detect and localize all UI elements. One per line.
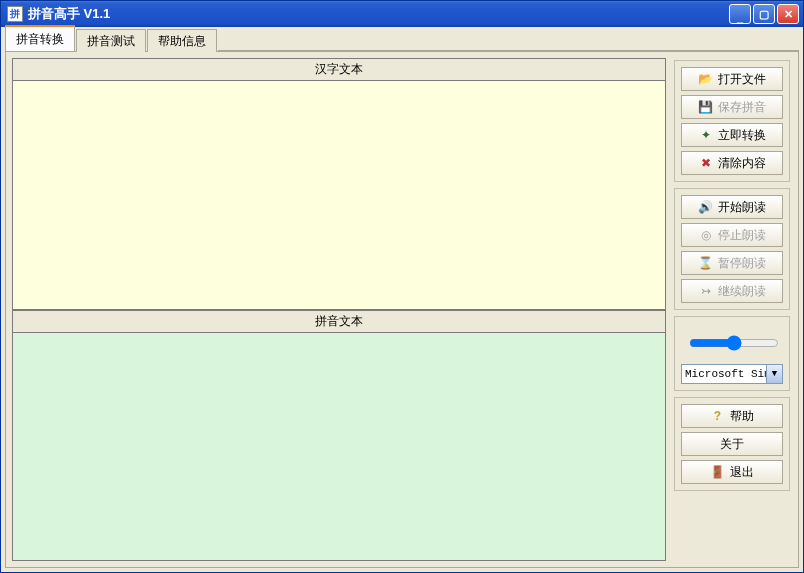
read-group: 🔊 开始朗读 ◎ 停止朗读 ⌛ 暂停朗读 ↣ 继续朗读 bbox=[674, 188, 790, 310]
speaker-icon: 🔊 bbox=[699, 200, 713, 214]
voice-group: Microsoft Simpl ▼ bbox=[674, 316, 790, 391]
resume-read-label: 继续朗读 bbox=[718, 283, 766, 300]
dropdown-icon: ▼ bbox=[766, 365, 782, 383]
hourglass-icon: ⌛ bbox=[699, 256, 713, 270]
title-bar: 拼 拼音高手 V1.1 _ ▢ ✕ bbox=[1, 1, 803, 27]
convert-now-button[interactable]: ✦ 立即转换 bbox=[681, 123, 783, 147]
clear-icon: ✖ bbox=[699, 156, 713, 170]
tab-help[interactable]: 帮助信息 bbox=[147, 29, 217, 52]
about-label: 关于 bbox=[720, 436, 744, 453]
tab-convert[interactable]: 拼音转换 bbox=[5, 25, 75, 51]
stop-read-button[interactable]: ◎ 停止朗读 bbox=[681, 223, 783, 247]
help-label: 帮助 bbox=[730, 408, 754, 425]
hanzi-textarea[interactable] bbox=[13, 81, 665, 309]
pause-read-button[interactable]: ⌛ 暂停朗读 bbox=[681, 251, 783, 275]
sidebar: 📂 打开文件 💾 保存拼音 ✦ 立即转换 ✖ 清除内容 🔊 bbox=[672, 58, 792, 561]
voice-select[interactable]: Microsoft Simpl ▼ bbox=[681, 364, 783, 384]
stop-icon: ◎ bbox=[699, 228, 713, 242]
save-pinyin-button[interactable]: 💾 保存拼音 bbox=[681, 95, 783, 119]
tab-spacer bbox=[218, 50, 799, 51]
tab-test[interactable]: 拼音测试 bbox=[76, 29, 146, 52]
pinyin-textarea[interactable] bbox=[13, 333, 665, 561]
speed-slider[interactable] bbox=[689, 335, 779, 351]
tab-panel-convert: 汉字文本 拼音文本 📂 打开文件 💾 保存拼音 ✦ 立 bbox=[5, 51, 799, 568]
maximize-button[interactable]: ▢ bbox=[753, 4, 775, 24]
stop-read-label: 停止朗读 bbox=[718, 227, 766, 244]
window-title: 拼音高手 V1.1 bbox=[28, 5, 729, 23]
open-file-label: 打开文件 bbox=[718, 71, 766, 88]
exit-button[interactable]: 🚪 退出 bbox=[681, 460, 783, 484]
speed-slider-wrap bbox=[681, 323, 783, 360]
resume-read-button[interactable]: ↣ 继续朗读 bbox=[681, 279, 783, 303]
convert-icon: ✦ bbox=[699, 128, 713, 142]
help-icon: ? bbox=[711, 409, 725, 423]
tab-bar: 拼音转换 拼音测试 帮助信息 bbox=[5, 29, 799, 51]
voice-select-text: Microsoft Simpl bbox=[682, 368, 766, 380]
window-buttons: _ ▢ ✕ bbox=[729, 4, 799, 24]
help-button[interactable]: ? 帮助 bbox=[681, 404, 783, 428]
save-icon: 💾 bbox=[699, 100, 713, 114]
open-file-button[interactable]: 📂 打开文件 bbox=[681, 67, 783, 91]
exit-label: 退出 bbox=[730, 464, 754, 481]
clear-content-label: 清除内容 bbox=[718, 155, 766, 172]
pinyin-panel-title: 拼音文本 bbox=[13, 311, 665, 333]
exit-icon: 🚪 bbox=[711, 465, 725, 479]
convert-now-label: 立即转换 bbox=[718, 127, 766, 144]
editor-column: 汉字文本 拼音文本 bbox=[12, 58, 666, 561]
hanzi-panel-title: 汉字文本 bbox=[13, 59, 665, 81]
close-button[interactable]: ✕ bbox=[777, 4, 799, 24]
minimize-button[interactable]: _ bbox=[729, 4, 751, 24]
clear-content-button[interactable]: ✖ 清除内容 bbox=[681, 151, 783, 175]
pause-read-label: 暂停朗读 bbox=[718, 255, 766, 272]
file-group: 📂 打开文件 💾 保存拼音 ✦ 立即转换 ✖ 清除内容 bbox=[674, 60, 790, 182]
about-button[interactable]: 关于 bbox=[681, 432, 783, 456]
start-read-label: 开始朗读 bbox=[718, 199, 766, 216]
misc-group: ? 帮助 关于 🚪 退出 bbox=[674, 397, 790, 491]
start-read-button[interactable]: 🔊 开始朗读 bbox=[681, 195, 783, 219]
hanzi-panel: 汉字文本 bbox=[12, 58, 666, 310]
folder-open-icon: 📂 bbox=[699, 72, 713, 86]
resume-arrow-icon: ↣ bbox=[699, 284, 713, 298]
app-icon: 拼 bbox=[7, 6, 23, 22]
pinyin-panel: 拼音文本 bbox=[12, 310, 666, 562]
save-pinyin-label: 保存拼音 bbox=[718, 99, 766, 116]
client-area: 拼音转换 拼音测试 帮助信息 汉字文本 拼音文本 📂 打开文件 💾 bbox=[1, 27, 803, 572]
